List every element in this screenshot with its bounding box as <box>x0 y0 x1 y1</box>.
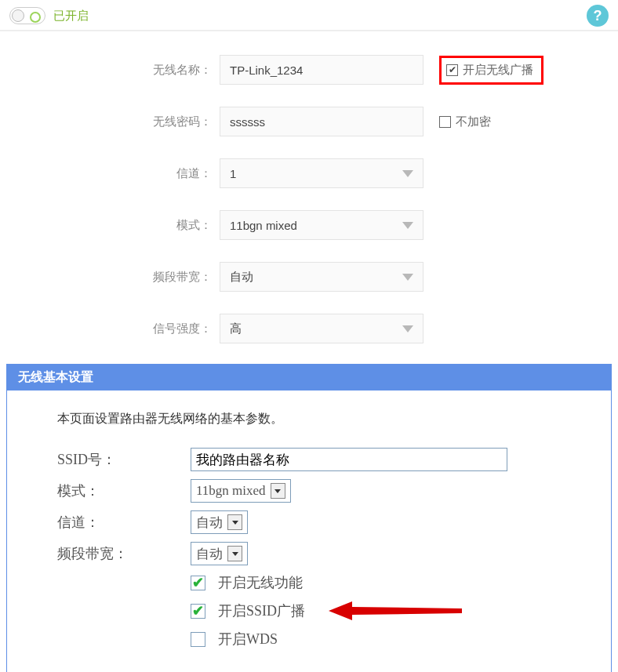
enable-wds-checkbox[interactable]: 开启WDS <box>191 630 580 648</box>
ssid-label: 无线名称： <box>0 63 220 78</box>
chevron-down-icon <box>227 546 242 561</box>
broadcast-checkbox[interactable]: ✔ 开启无线广播 <box>439 56 543 85</box>
panel-title: 无线基本设置 <box>7 365 611 390</box>
bandwidth2-label: 频段带宽： <box>57 544 191 563</box>
channel-label: 信道： <box>0 166 220 181</box>
ssid2-label: SSID号： <box>57 450 191 469</box>
enable-wds-label: 开启WDS <box>218 630 278 648</box>
noenc-label: 不加密 <box>456 114 491 129</box>
channel-select[interactable]: 1 <box>220 158 424 188</box>
chevron-down-icon <box>402 222 413 229</box>
password-label: 无线密码： <box>0 114 220 129</box>
bandwidth-select[interactable]: 自动 <box>220 262 424 292</box>
wireless-status: 已开启 <box>53 9 89 24</box>
chevron-down-icon <box>402 274 413 281</box>
broadcast-label: 开启无线广播 <box>463 63 533 78</box>
wireless-basic-panel: 无线基本设置 本页面设置路由器无线网络的基本参数。 SSID号： 模式： 11b… <box>6 364 612 672</box>
help-icon[interactable]: ? <box>587 5 609 27</box>
chevron-down-icon <box>402 170 413 177</box>
password-input[interactable] <box>220 107 424 136</box>
enable-ssid-broadcast-label: 开启SSID广播 <box>218 601 305 620</box>
channel2-value: 自动 <box>196 514 223 532</box>
noenc-checkbox[interactable]: 不加密 <box>439 114 491 129</box>
channel2-label: 信道： <box>57 513 191 532</box>
channel2-select[interactable]: 自动 <box>191 510 248 534</box>
signal-value: 高 <box>230 321 242 336</box>
signal-select[interactable]: 高 <box>220 314 424 343</box>
enable-wireless-checkbox[interactable]: ✔ 开启无线功能 <box>191 573 580 592</box>
mode-select[interactable]: 11bgn mixed <box>220 210 424 240</box>
mode-value: 11bgn mixed <box>230 219 297 232</box>
bandwidth-value: 自动 <box>230 270 253 285</box>
chevron-down-icon <box>271 483 285 499</box>
arrow-annotation-icon <box>329 600 462 622</box>
bandwidth-label: 频段带宽： <box>0 270 220 285</box>
mode-label: 模式： <box>0 218 220 233</box>
ssid2-input[interactable] <box>191 448 507 471</box>
enable-wireless-label: 开启无线功能 <box>218 573 303 592</box>
bandwidth2-value: 自动 <box>196 545 223 563</box>
mode2-select[interactable]: 11bgn mixed <box>191 479 291 503</box>
channel-value: 1 <box>230 167 236 180</box>
mode2-value: 11bgn mixed <box>196 483 266 499</box>
panel-desc: 本页面设置路由器无线网络的基本参数。 <box>57 411 580 427</box>
ssid-input[interactable] <box>220 55 424 85</box>
bandwidth2-select[interactable]: 自动 <box>191 542 248 565</box>
mode2-label: 模式： <box>57 481 191 500</box>
chevron-down-icon <box>227 514 242 530</box>
chevron-down-icon <box>402 325 413 332</box>
wireless-toggle[interactable] <box>9 7 45 24</box>
enable-ssid-broadcast-checkbox[interactable]: ✔ 开启SSID广播 <box>191 600 580 622</box>
svg-marker-0 <box>329 601 462 620</box>
signal-label: 信号强度： <box>0 321 220 336</box>
